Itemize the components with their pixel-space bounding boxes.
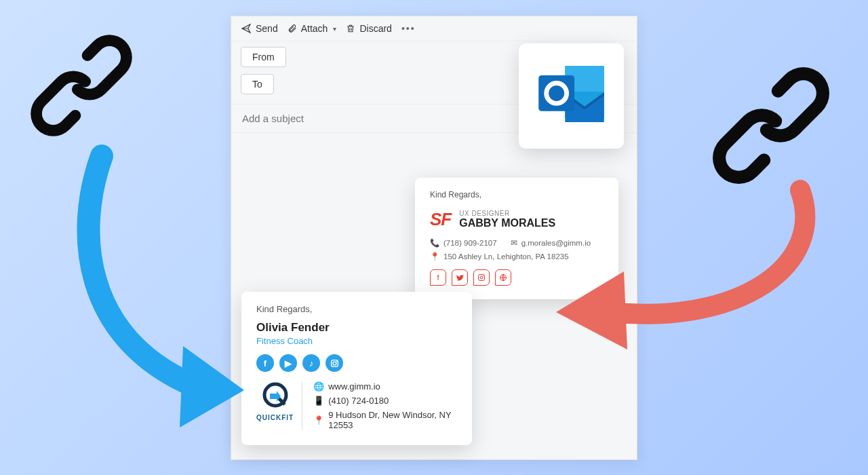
globe-icon: 🌐 bbox=[313, 381, 323, 392]
svg-point-10 bbox=[336, 360, 337, 362]
from-button[interactable]: From bbox=[241, 47, 286, 67]
person-name: GABBY MORALES bbox=[459, 217, 555, 229]
svg-point-6 bbox=[483, 276, 484, 276]
trash-icon bbox=[346, 23, 355, 34]
address-value: 9 Hudson Dr, New Windsor, NY 12553 bbox=[328, 410, 457, 430]
send-button[interactable]: Send bbox=[241, 23, 278, 34]
salutation: Kind Regards, bbox=[256, 304, 457, 314]
send-label: Send bbox=[256, 23, 278, 34]
person-name: Olivia Fender bbox=[256, 321, 457, 335]
to-button[interactable]: To bbox=[241, 74, 274, 94]
globe-icon[interactable] bbox=[495, 269, 511, 286]
pin-icon: 📍 bbox=[430, 252, 439, 261]
send-icon bbox=[241, 23, 252, 34]
phone-icon: 📞 bbox=[430, 238, 439, 248]
more-button[interactable]: ••• bbox=[401, 23, 416, 34]
facebook-icon[interactable]: f bbox=[430, 269, 446, 286]
outlook-logo bbox=[519, 43, 624, 149]
arrow-blue bbox=[47, 136, 271, 437]
youtube-icon[interactable]: ▶ bbox=[279, 354, 297, 372]
svg-point-9 bbox=[333, 362, 336, 365]
website-value: www.gimm.io bbox=[328, 381, 380, 392]
discard-label: Discard bbox=[359, 23, 391, 34]
attach-button[interactable]: Attach bbox=[288, 23, 337, 34]
toolbar: Send Attach Discard ••• bbox=[231, 16, 637, 41]
phone-icon: 📱 bbox=[313, 396, 323, 406]
phone-value: (410) 724-0180 bbox=[328, 396, 389, 406]
svg-point-5 bbox=[480, 276, 483, 279]
arrow-red bbox=[549, 170, 834, 369]
instagram-icon[interactable] bbox=[473, 269, 490, 286]
attach-label: Attach bbox=[301, 23, 328, 34]
paperclip-icon bbox=[288, 23, 297, 34]
signature-card-olivia: Kind Regards, Olivia Fender Fitness Coac… bbox=[241, 292, 472, 445]
job-title: Fitness Coach bbox=[256, 336, 457, 346]
mail-icon: ✉ bbox=[511, 238, 517, 248]
phone-value: (718) 909-2107 bbox=[443, 239, 497, 247]
twitter-icon[interactable] bbox=[452, 269, 468, 286]
pin-icon: 📍 bbox=[313, 415, 323, 425]
svg-rect-2 bbox=[538, 75, 574, 111]
tiktok-icon[interactable]: ♪ bbox=[302, 354, 320, 372]
job-title: UX DESIGNER bbox=[459, 210, 555, 217]
discard-button[interactable]: Discard bbox=[346, 23, 391, 34]
instagram-icon[interactable] bbox=[326, 354, 343, 372]
sf-logo: SF bbox=[430, 209, 451, 230]
link-icon bbox=[14, 18, 149, 153]
